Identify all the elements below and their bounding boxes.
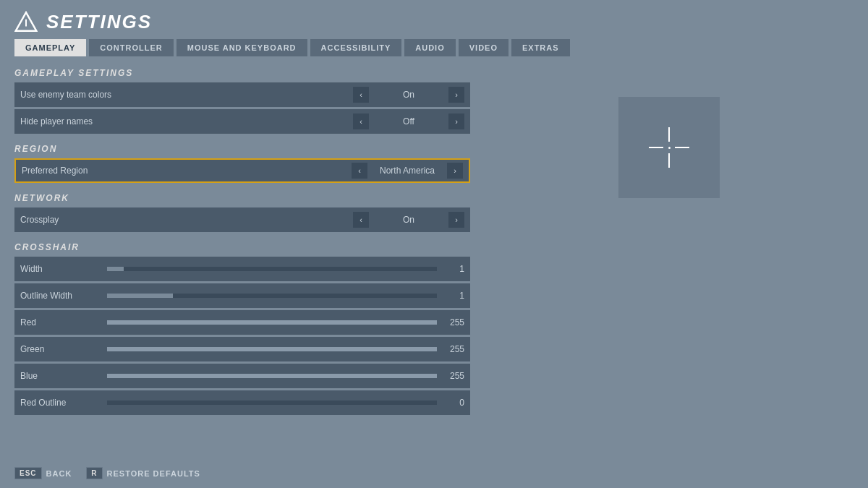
value-enemy-colors: On: [369, 90, 448, 100]
arrow-right-crossplay[interactable]: ›: [448, 212, 464, 228]
arrow-right-hide-names[interactable]: ›: [448, 114, 464, 129]
main-content: GAMEPLAY SETTINGS Use enemy team colors …: [0, 56, 868, 458]
slider-container-blue: 255: [107, 371, 464, 381]
tabs-bar: GAMEPLAY CONTROLLER MOUSE AND KEYBOARD A…: [0, 39, 868, 56]
row-preferred-region: Preferred Region ‹ North America ›: [14, 158, 470, 183]
page-title: SETTINGS: [46, 11, 152, 33]
arrow-right-region[interactable]: ›: [447, 163, 463, 179]
crosshair-bottom-arm: [668, 153, 670, 168]
tab-audio[interactable]: AUDIO: [404, 39, 455, 56]
label-outline-width: Outline Width: [20, 291, 107, 301]
value-crossplay: On: [369, 215, 448, 225]
row-green: Green 255: [14, 337, 470, 361]
slider-value-red-outline: 0: [443, 398, 464, 408]
section-crosshair: CROSSHAIR: [14, 242, 470, 252]
slider-container-outline-width: 1: [107, 291, 464, 301]
logo-icon: [14, 10, 38, 33]
slider-container-red: 255: [107, 317, 464, 328]
crosshair-left-arm: [649, 147, 663, 148]
arrow-left-enemy-colors[interactable]: ‹: [353, 87, 369, 103]
slider-track-width[interactable]: [107, 267, 437, 271]
footer: ESC BACK R RESTORE DEFAULTS: [14, 467, 200, 479]
settings-scroll-container: GAMEPLAY SETTINGS Use enemy team colors …: [14, 68, 470, 458]
section-network: NETWORK: [14, 193, 470, 203]
row-outline-width: Outline Width 1: [14, 283, 470, 308]
arrow-left-hide-names[interactable]: ‹: [353, 114, 369, 129]
label-hide-player-names: Hide player names: [20, 116, 353, 127]
back-label: BACK: [46, 469, 72, 478]
control-crossplay: ‹ On ›: [353, 212, 464, 228]
restore-label: RESTORE DEFAULTS: [107, 469, 200, 478]
control-enemy-colors: ‹ On ›: [353, 87, 464, 103]
slider-value-width: 1: [443, 264, 464, 274]
label-blue: Blue: [20, 371, 107, 381]
tab-gameplay[interactable]: GAMEPLAY: [14, 39, 86, 56]
label-width: Width: [20, 264, 107, 274]
slider-fill-blue: [107, 374, 437, 378]
slider-track-green[interactable]: [107, 347, 437, 351]
arrow-left-crossplay[interactable]: ‹: [353, 212, 369, 228]
slider-track-outline-width[interactable]: [107, 294, 437, 298]
slider-fill-green: [107, 347, 437, 351]
row-blue: Blue 255: [14, 364, 470, 388]
crosshair-right-arm: [675, 147, 689, 148]
footer-restore: R RESTORE DEFAULTS: [86, 467, 200, 479]
row-crossplay: Crossplay ‹ On ›: [14, 207, 470, 232]
label-red-outline: Red Outline: [20, 398, 107, 408]
slider-track-red[interactable]: [107, 320, 437, 325]
slider-container-width: 1: [107, 264, 464, 274]
label-red: Red: [20, 317, 107, 328]
slider-value-outline-width: 1: [443, 291, 464, 301]
arrow-left-region[interactable]: ‹: [352, 163, 367, 179]
label-green: Green: [20, 344, 107, 354]
control-preferred-region: ‹ North America ›: [352, 163, 463, 179]
slider-track-red-outline[interactable]: [107, 401, 437, 405]
tab-accessibility[interactable]: ACCESSIBILITY: [310, 39, 402, 56]
right-panel: [485, 68, 854, 458]
row-hide-player-names: Hide player names ‹ Off ›: [14, 109, 470, 134]
section-gameplay-settings: GAMEPLAY SETTINGS: [14, 68, 470, 78]
slider-container-green: 255: [107, 344, 464, 354]
row-red-outline: Red Outline 0: [14, 390, 470, 415]
value-preferred-region: North America: [367, 166, 447, 176]
settings-panel: GAMEPLAY SETTINGS Use enemy team colors …: [14, 68, 470, 458]
slider-value-red: 255: [443, 317, 464, 328]
restore-key: R: [86, 467, 102, 479]
value-hide-player-names: Off: [369, 116, 448, 127]
tab-controller[interactable]: CONTROLLER: [89, 39, 173, 56]
slider-fill-outline-width: [107, 294, 173, 298]
section-region: REGION: [14, 144, 470, 154]
label-enemy-colors: Use enemy team colors: [20, 90, 353, 100]
row-enemy-colors: Use enemy team colors ‹ On ›: [14, 82, 470, 107]
tab-mouse-keyboard[interactable]: MOUSE AND KEYBOARD: [176, 39, 307, 56]
tab-video[interactable]: VIDEO: [459, 39, 509, 56]
slider-fill-red: [107, 320, 437, 325]
header: SETTINGS: [0, 0, 868, 39]
control-hide-player-names: ‹ Off ›: [353, 114, 464, 129]
label-crossplay: Crossplay: [20, 215, 353, 225]
label-preferred-region: Preferred Region: [22, 166, 352, 176]
slider-value-green: 255: [443, 344, 464, 354]
back-key: ESC: [14, 467, 42, 479]
footer-back: ESC BACK: [14, 467, 72, 479]
row-width: Width 1: [14, 257, 470, 281]
crosshair-preview: [618, 97, 720, 198]
slider-track-blue[interactable]: [107, 374, 437, 378]
slider-fill-width: [107, 267, 124, 271]
row-red: Red 255: [14, 310, 470, 335]
crosshair-center-dot: [668, 147, 671, 149]
tab-extras[interactable]: EXTRAS: [511, 39, 570, 56]
slider-value-blue: 255: [443, 371, 464, 381]
arrow-right-enemy-colors[interactable]: ›: [448, 87, 464, 103]
crosshair-top-arm: [668, 127, 670, 142]
slider-container-red-outline: 0: [107, 398, 464, 408]
